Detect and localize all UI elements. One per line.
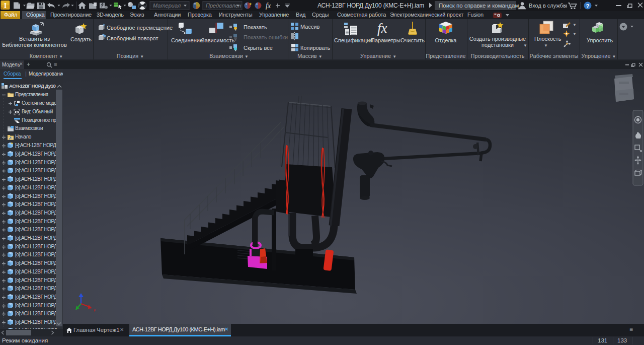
svg-text:y: y xyxy=(94,308,96,312)
svg-text:Материал: Материал xyxy=(153,3,181,9)
svg-text:Поиск по справке и командам: Поиск по справке и командам xyxy=(439,3,519,9)
svg-text:Представлен: Представлен xyxy=(206,3,242,9)
svg-text:I: I xyxy=(4,2,7,10)
svg-text:fx: fx xyxy=(266,2,271,10)
svg-text:Вход в службы: Вход в службы xyxy=(529,3,567,9)
svg-text:?: ? xyxy=(586,3,589,9)
